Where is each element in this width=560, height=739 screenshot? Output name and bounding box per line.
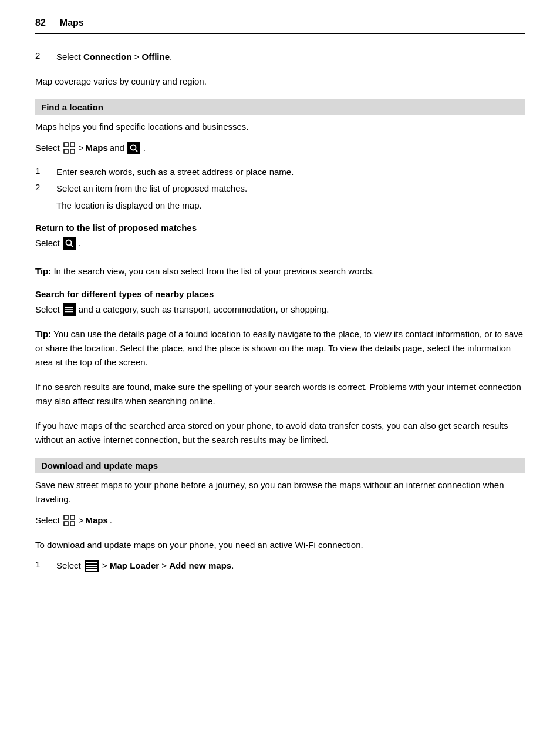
svg-rect-3 — [70, 149, 75, 153]
return-select-line: Select . — [35, 236, 525, 250]
search-para-3: If you have maps of the searched area st… — [35, 419, 525, 447]
select-text-connection: Select — [56, 52, 81, 62]
tip-1: Tip: In the search view, you can also se… — [35, 264, 525, 278]
step-connection: 2 Select Connection > Offline. — [35, 51, 525, 64]
and-text: and — [110, 141, 124, 155]
download-step-select: Select — [56, 560, 81, 570]
map-loader-bold: Map Loader — [110, 560, 159, 570]
svg-line-7 — [70, 245, 73, 247]
svg-rect-0 — [64, 143, 68, 147]
select-maps-download-line: Select > Maps. — [35, 513, 525, 528]
grid-icon-download — [63, 514, 76, 527]
maps-bold-download: Maps — [85, 513, 107, 528]
find-step-number-2: 2 — [35, 182, 56, 192]
arrow-1: > — [134, 52, 140, 62]
svg-point-4 — [130, 145, 136, 150]
period-download: . — [110, 513, 112, 528]
wifi-text: To download and update maps on your phon… — [35, 538, 525, 552]
select-label-maps: Select — [35, 141, 60, 155]
svg-point-6 — [66, 240, 71, 246]
arrow-loader-2: > — [161, 560, 167, 570]
offline-bold: Offline — [141, 52, 170, 62]
page-content: 82 Maps 2 Select Connection > Offline. M… — [0, 0, 560, 739]
search-para-2: If no search results are found, make sur… — [35, 380, 525, 408]
find-location-header: Find a location — [35, 99, 525, 115]
period-step1: . — [231, 560, 234, 570]
return-header: Return to the list of proposed matches — [35, 223, 525, 233]
return-period: . — [79, 236, 81, 250]
step-connection-content: Select Connection > Offline. — [56, 51, 525, 64]
return-search-icon — [63, 237, 76, 250]
list-icon — [63, 303, 76, 316]
maps-bold: Maps — [85, 141, 107, 155]
find-step-1-text: Enter search words, such as a street add… — [56, 166, 525, 179]
svg-rect-12 — [64, 515, 68, 519]
connection-bold: Connection — [83, 52, 132, 62]
download-step-1-content: Select > Map Loader > Add new maps. — [56, 559, 525, 573]
download-description: Save new street maps to your phone befor… — [35, 478, 525, 506]
lines-icon — [85, 560, 99, 572]
arrow-download: > — [79, 513, 84, 528]
search-nearby-select-line: Select and a category, such as transport… — [35, 303, 525, 317]
page-header: 82 Maps — [35, 18, 525, 34]
arrow-maps: > — [79, 141, 84, 155]
find-step-2-sub: The location is displayed on the map. — [56, 199, 525, 213]
download-header: Download and update maps — [35, 458, 525, 473]
arrow-loader-sym: > — [102, 560, 107, 570]
page-number: 82 — [35, 18, 46, 28]
add-maps-bold: Add new maps — [169, 560, 231, 570]
select-maps-line: Select > Maps and . — [35, 141, 525, 155]
tip-2: Tip: You can use the details page of a f… — [35, 327, 525, 370]
svg-line-5 — [135, 149, 137, 152]
svg-rect-15 — [70, 522, 75, 526]
tip-2-text: You can use the details page of a found … — [35, 329, 523, 367]
select-label-download: Select — [35, 513, 60, 528]
map-coverage-text: Map coverage varies by country and regio… — [35, 75, 525, 89]
period-1: . — [170, 52, 172, 62]
grid-icon — [63, 142, 76, 154]
svg-rect-2 — [64, 149, 68, 153]
period-2: . — [143, 141, 146, 155]
download-step-number-1: 1 — [35, 559, 56, 569]
find-step-1: 1 Enter search words, such as a street a… — [35, 166, 525, 179]
page-title: Maps — [60, 18, 84, 28]
svg-rect-1 — [70, 143, 75, 147]
tip-1-text-content: In the search view, you can also select … — [53, 266, 374, 276]
find-step-number-1: 1 — [35, 166, 56, 176]
search-icon — [127, 142, 140, 154]
download-step-1: 1 Select > Map Loader > Add new maps. — [35, 559, 525, 573]
svg-rect-13 — [70, 515, 75, 519]
return-select-text: Select — [35, 236, 60, 250]
find-step-2-text: Select an item from the list of proposed… — [56, 182, 525, 196]
search-nearby-header: Search for different types of nearby pla… — [35, 289, 525, 299]
svg-rect-14 — [64, 522, 68, 526]
find-step-2: 2 Select an item from the list of propos… — [35, 182, 525, 196]
find-location-description: Maps helps you find specific locations a… — [35, 120, 525, 134]
search-nearby-select: Select — [35, 303, 60, 317]
step-number-2a: 2 — [35, 51, 56, 61]
tip-2-label: Tip: — [35, 329, 51, 339]
tip-1-label: Tip: — [35, 266, 51, 276]
search-nearby-and-text: and a category, such as transport, accom… — [79, 303, 329, 317]
